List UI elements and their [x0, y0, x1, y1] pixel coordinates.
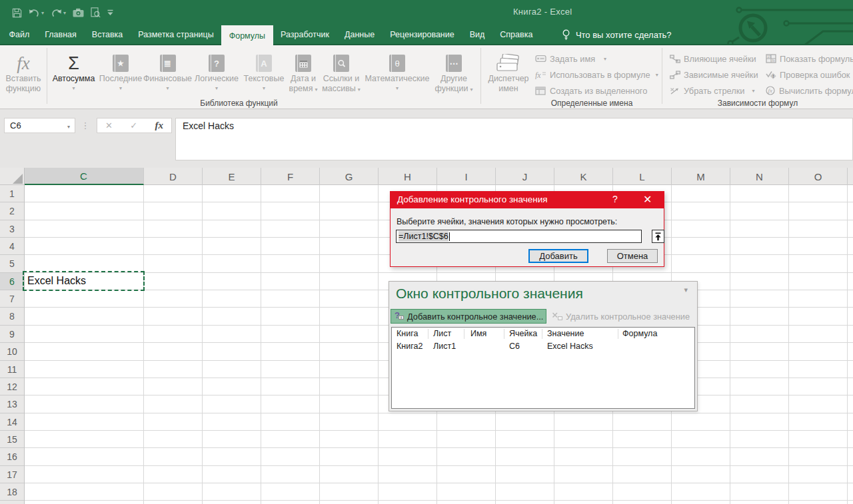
confirm-entry-icon[interactable]: ✓ [130, 121, 137, 130]
column-header-E[interactable]: E [203, 168, 261, 185]
trace-dependents-button[interactable]: Зависимые ячейки [670, 68, 758, 81]
undo-caret-icon[interactable]: ▾ [41, 10, 44, 16]
formula-bar-grip-icon[interactable]: ⋮ [82, 118, 89, 133]
insert-function-fx-icon[interactable]: fx [155, 120, 164, 131]
row-header-10[interactable]: 10 [0, 343, 24, 361]
row-header-11[interactable]: 11 [0, 361, 24, 378]
chevron-down-icon[interactable]: ▾ [684, 286, 688, 294]
column-header-H[interactable]: H [379, 168, 437, 185]
more-functions-button[interactable]: ⋯ Другие функции▾ [431, 45, 476, 95]
autosum-button[interactable]: Σ Автосумма ▾ [49, 45, 99, 91]
watch-table-separator[interactable] [504, 329, 504, 339]
redo-caret-icon[interactable]: ▾ [63, 10, 66, 16]
insert-function-button[interactable]: fx Вставить функцию [0, 45, 47, 94]
watch-table[interactable]: КнигаЛистИмяЯчейкаЗначениеФормулаКнига2Л… [391, 327, 695, 409]
watch-table-header-4[interactable]: Ячейка [509, 329, 537, 340]
tab-Вставка[interactable]: Вставка [84, 25, 130, 44]
column-header-J[interactable]: J [496, 168, 554, 185]
dialog-cancel-button[interactable]: Отмена [607, 249, 658, 263]
row-header-12[interactable]: 12 [0, 378, 24, 395]
define-name-button[interactable]: Задать имя ▾ [535, 52, 606, 65]
watch-table-header-5[interactable]: Значение [547, 329, 584, 340]
tab-Данные[interactable]: Данные [337, 25, 383, 44]
watch-table-separator[interactable] [542, 329, 542, 339]
error-checking-button[interactable]: ! Проверка ошибок [766, 68, 850, 81]
row-header-17[interactable]: 17 [0, 466, 24, 483]
column-header-L[interactable]: L [613, 168, 672, 185]
row-header-15[interactable]: 15 [0, 431, 24, 448]
math-trig-button[interactable]: θ Математические ▾ [363, 45, 431, 91]
row-header-7[interactable]: 7 [0, 290, 24, 308]
redo-button[interactable]: ▾ [51, 8, 66, 17]
tab-Вид[interactable]: Вид [462, 25, 492, 44]
collapse-dialog-button[interactable] [652, 230, 664, 243]
tab-Справка[interactable]: Справка [492, 25, 540, 44]
row-header-14[interactable]: 14 [0, 413, 24, 431]
cell-reference-input[interactable]: =Лист1!$C$6 [396, 230, 642, 243]
row-header-8[interactable]: 8 [0, 308, 24, 326]
row-header-1[interactable]: 1 [0, 185, 24, 202]
row-header-6[interactable]: 6 [0, 273, 24, 290]
financial-functions-button[interactable]: ≣ Финансовые ▾ [143, 45, 193, 91]
dialog-close-button[interactable]: ✕ [643, 193, 652, 206]
column-header-C[interactable]: C [24, 168, 144, 185]
add-watch-button[interactable]: ?+ Добавить контрольное значение... [391, 309, 546, 324]
tell-me-box[interactable]: Что вы хотите сделать? [562, 25, 672, 44]
delete-watch-button[interactable]: Удалить контрольное значение [549, 309, 697, 324]
row-header-4[interactable]: 4 [0, 238, 24, 255]
name-box[interactable]: C6 ▾ [4, 118, 75, 133]
select-all-button[interactable] [0, 168, 24, 185]
tab-Формулы[interactable]: Формулы [221, 25, 273, 46]
column-header-D[interactable]: D [144, 168, 203, 185]
row-header-5[interactable]: 5 [0, 255, 24, 273]
date-time-functions-button[interactable]: Дата и время▾ [287, 45, 319, 95]
dialog-add-button[interactable]: Добавить [528, 249, 588, 263]
cancel-entry-icon[interactable]: ✕ [105, 121, 113, 130]
column-header-I[interactable]: I [437, 168, 496, 185]
watch-table-header-1[interactable]: Книга [397, 329, 418, 340]
row-header-9[interactable]: 9 [0, 326, 24, 343]
dialog-help-button[interactable]: ? [612, 194, 618, 204]
watch-table-separator[interactable] [428, 329, 428, 339]
undo-button[interactable]: ▾ [29, 8, 44, 17]
column-header-F[interactable]: F [261, 168, 320, 185]
lookup-reference-button[interactable]: Ссылки и массивы▾ [319, 45, 363, 95]
column-header-N[interactable]: N [730, 168, 789, 185]
column-header-O[interactable]: O [789, 168, 848, 185]
trace-precedents-button[interactable]: Влияющие ячейки [670, 52, 756, 65]
tab-Главная[interactable]: Главная [37, 25, 85, 44]
recent-functions-button[interactable]: ★ Последние ▾ [99, 45, 143, 91]
row-header-18[interactable]: 18 [0, 483, 24, 501]
column-header-M[interactable]: M [672, 168, 730, 185]
column-header-G[interactable]: G [320, 168, 379, 185]
watch-table-header-3[interactable]: Имя [470, 329, 486, 340]
use-in-formula-button[interactable]: fx Использовать в формуле ▾ [535, 68, 658, 81]
dialog-title-bar[interactable]: Добавление контрольного значения ? ✕ [390, 191, 664, 208]
text-functions-button[interactable]: А Текстовые ▾ [241, 45, 287, 91]
watch-table-header-2[interactable]: Лист [433, 329, 451, 340]
row-header-13[interactable]: 13 [0, 395, 24, 413]
column-header-K[interactable]: K [554, 168, 613, 185]
create-from-selection-button[interactable]: Создать из выделенного [535, 84, 647, 97]
print-preview-icon[interactable] [91, 7, 101, 18]
name-box-caret-icon[interactable]: ▾ [67, 124, 70, 130]
watch-table-separator[interactable] [464, 329, 464, 339]
remove-arrows-button[interactable]: Убрать стрелки ▾ [670, 84, 755, 97]
tab-Разметка страницы[interactable]: Разметка страницы [131, 25, 221, 44]
logical-functions-button[interactable]: ? Логические ▾ [193, 45, 241, 91]
formula-bar-input[interactable]: Excel Hacks [175, 118, 853, 160]
tab-Файл[interactable]: Файл [1, 25, 37, 44]
watch-table-header-6[interactable]: Формула [622, 329, 657, 340]
camera-icon[interactable] [73, 8, 84, 17]
evaluate-formula-button[interactable]: fx Вычислить формулу [766, 84, 853, 97]
row-header-2[interactable]: 2 [0, 202, 24, 220]
tab-Разработчик[interactable]: Разработчик [273, 25, 337, 44]
tab-Рецензирование[interactable]: Рецензирование [383, 25, 462, 44]
watch-table-separator[interactable] [618, 329, 618, 339]
customize-qat-icon[interactable] [107, 9, 113, 16]
save-icon[interactable] [12, 8, 22, 18]
row-header-3[interactable]: 3 [0, 220, 24, 238]
row-header-16[interactable]: 16 [0, 448, 24, 466]
show-formulas-button[interactable]: 15fx Показать формулы [766, 52, 853, 65]
name-manager-button[interactable]: Диспетчер имен [481, 45, 536, 94]
